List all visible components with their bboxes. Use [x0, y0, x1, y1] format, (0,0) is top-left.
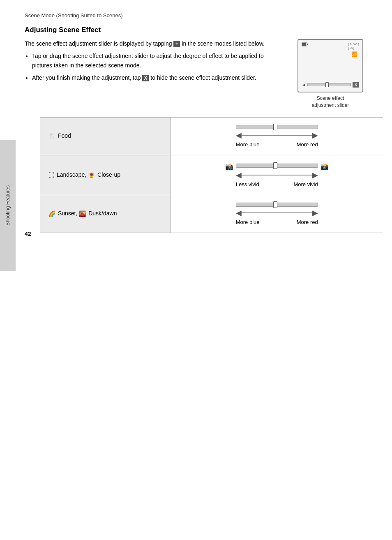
- x-icon: X: [142, 75, 149, 81]
- landscape-slider-container: 📸 📸 ◀ ▶ Less vivid: [179, 163, 375, 187]
- food-slider-thumb: [273, 124, 277, 130]
- landscape-arrow-line: [242, 175, 312, 175]
- sunset-slider-visual: [236, 203, 318, 207]
- landscape-icon: ⛶: [48, 171, 54, 180]
- landscape-slider-thumb: [273, 162, 277, 169]
- table-row-food: 🍴 Food ◀ ▶ More blue: [40, 117, 383, 155]
- food-label-left: More blue: [236, 141, 260, 148]
- sunset-label: Sunset,: [58, 210, 79, 217]
- cam-slider-track: [307, 83, 351, 86]
- landscape-arrow-left-icon: ◀: [236, 171, 242, 179]
- landscape-left-icon: 📸: [225, 163, 233, 171]
- bullet-list: Tap or drag the scene effect adjustment …: [25, 51, 285, 82]
- landscape-arrow-row: ◀ ▶: [236, 171, 318, 179]
- food-arrow-right-icon: ▶: [312, 132, 318, 139]
- sunset-slider-cell: ◀ ▶ More blue More red: [171, 195, 383, 233]
- sidebar-label: Shooting Features: [5, 185, 11, 226]
- breadcrumb: Scene Mode (Shooting Suited to Scenes): [25, 12, 367, 18]
- landscape-arrow-right-icon: ▶: [312, 171, 318, 179]
- bullet-1: Tap or drag the scene effect adjustment …: [32, 51, 285, 70]
- sunset-label-right: More red: [297, 219, 318, 225]
- sunset-arrow-row: ◀ ▶: [236, 209, 318, 217]
- bullet-2: After you finish making the adjustment, …: [32, 73, 285, 82]
- sunset-slider-container: ◀ ▶ More blue More red: [179, 203, 375, 225]
- intro-text: The scene effect adjustment slider is di…: [25, 39, 285, 86]
- food-icon: 🍴: [48, 132, 55, 141]
- food-slider-container: ◀ ▶ More blue More red: [179, 125, 375, 148]
- dusk-label: Dusk/dawn: [88, 210, 117, 217]
- sunset-slider-labels: More blue More red: [236, 219, 318, 225]
- sunset-slider-thumb: [273, 201, 277, 208]
- section-title: Adjusting Scene Effect: [25, 26, 367, 34]
- food-arrow-line: [242, 135, 312, 136]
- landscape-label: Landscape,: [57, 171, 88, 178]
- cam-top-icons: [ & 0 0 ][ 30]: [302, 42, 359, 50]
- plus-icon: +: [173, 41, 180, 47]
- closeup-icon: 🌻: [88, 171, 95, 180]
- sunset-arrow-right-icon: ▶: [312, 209, 318, 217]
- camera-label: Scene effectadjustment slider: [312, 95, 349, 109]
- sunset-slider-track: [236, 203, 318, 207]
- svg-rect-1: [307, 44, 308, 45]
- page-number: 42: [25, 231, 31, 237]
- food-mode-cell: 🍴 Food: [40, 117, 171, 155]
- svg-rect-2: [302, 43, 306, 46]
- intro-area: The scene effect adjustment slider is di…: [25, 39, 367, 109]
- cam-slider-thumb: [325, 82, 329, 87]
- food-arrow-row: ◀ ▶: [236, 132, 318, 139]
- food-slider-visual: [236, 125, 318, 129]
- cam-bluetooth-icon: 📶: [351, 51, 357, 57]
- food-slider-labels: More blue More red: [236, 141, 318, 148]
- camera-screen: [ & 0 0 ][ 30] 📶 ◄ X: [297, 39, 363, 92]
- landscape-slider-track: [236, 164, 318, 168]
- landscape-slider-labels: Less vivid More vivid: [236, 181, 318, 187]
- sunset-arrow-left-icon: ◀: [236, 209, 242, 217]
- sunset-icon: 🌈: [48, 209, 55, 218]
- sidebar: Shooting Features: [0, 140, 16, 271]
- food-label: Food: [58, 132, 71, 139]
- sunset-mode-cell: 🌈 Sunset, 🌇 Dusk/dawn: [40, 195, 171, 233]
- table-row-landscape: ⛶ Landscape, 🌻 Close-up 📸 📸: [40, 155, 383, 195]
- intro-p1: The scene effect adjustment slider is di…: [25, 39, 285, 48]
- food-slider-cell: ◀ ▶ More blue More red: [171, 117, 383, 155]
- cam-arrow-left-icon: ◄: [302, 83, 306, 87]
- cam-close-button[interactable]: X: [353, 82, 359, 88]
- food-slider-track: [236, 125, 318, 129]
- landscape-slider-visual: [236, 164, 318, 168]
- dusk-icon: 🌇: [79, 209, 86, 218]
- landscape-label-right: More vivid: [293, 181, 318, 187]
- page: Shooting Features Scene Mode (Shooting S…: [0, 0, 392, 249]
- landscape-slider-with-icons: 📸 📸: [225, 163, 329, 171]
- cam-mode-text: [ & 0 0 ][ 30]: [348, 42, 359, 50]
- food-label-right: More red: [297, 141, 318, 148]
- landscape-mode-cell: ⛶ Landscape, 🌻 Close-up: [40, 155, 171, 195]
- food-arrow-left-icon: ◀: [236, 132, 242, 139]
- closeup-label: Close-up: [97, 171, 120, 178]
- landscape-slider-cell: 📸 📸 ◀ ▶ Less vivid: [171, 155, 383, 195]
- landscape-label-left: Less vivid: [236, 181, 259, 187]
- sunset-label-left: More blue: [236, 219, 260, 225]
- table-row-sunset: 🌈 Sunset, 🌇 Dusk/dawn ◀ ▶: [40, 195, 383, 233]
- scene-table: 🍴 Food ◀ ▶ More blue: [40, 117, 383, 233]
- cam-battery: [302, 42, 308, 50]
- cam-slider-area: ◄ X: [302, 82, 359, 88]
- camera-display: [ & 0 0 ][ 30] 📶 ◄ X Scene effectadjustm…: [293, 39, 367, 109]
- sunset-arrow-line: [242, 212, 312, 213]
- landscape-right-icon: 📸: [321, 163, 329, 171]
